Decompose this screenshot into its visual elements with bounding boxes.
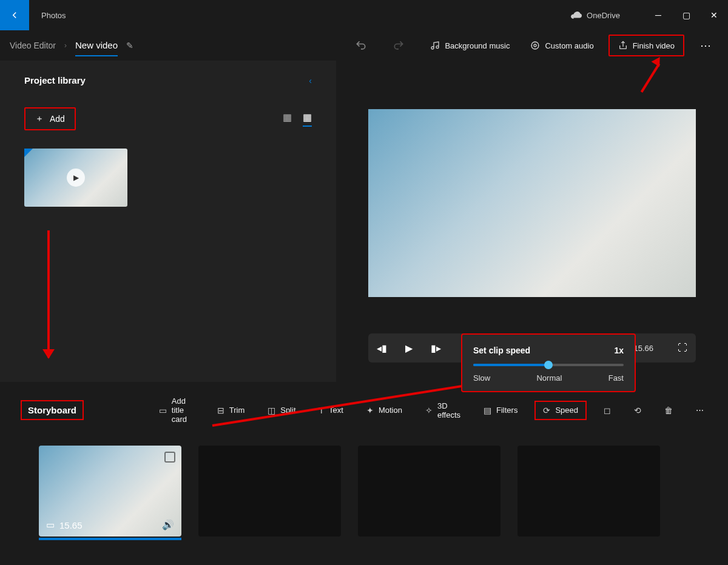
- storyboard-more-button[interactable]: ⋯: [690, 402, 710, 418]
- speed-popup: Set clip speed 1x Slow Normal Fast: [461, 333, 636, 392]
- collapse-library-icon[interactable]: ‹: [309, 76, 312, 85]
- onedrive-button[interactable]: OneDrive: [571, 11, 620, 20]
- library-clip-thumbnail[interactable]: ▶: [24, 149, 127, 207]
- motion-icon: ✦: [366, 406, 374, 415]
- clip-duration: ▭ 15.65: [46, 520, 83, 530]
- background-music-button[interactable]: Background music: [424, 37, 516, 54]
- add-title-card-button[interactable]: ▭Add title card: [153, 393, 200, 427]
- project-name[interactable]: New video: [75, 40, 118, 56]
- video-preview[interactable]: [368, 109, 696, 297]
- svg-point-1: [531, 42, 539, 49]
- speed-fast-label: Fast: [608, 373, 624, 383]
- annotation-arrow-down: [47, 230, 50, 358]
- trash-icon: 🗑: [664, 406, 673, 415]
- clip-select-checkbox[interactable]: [164, 452, 175, 463]
- close-button[interactable]: ✕: [700, 0, 728, 30]
- header-toolbar: Video Editor › New video ✎ Background mu…: [0, 30, 728, 61]
- speed-button-highlight: ⟳Speed: [534, 401, 587, 420]
- speed-slider[interactable]: [473, 364, 624, 366]
- crop-icon: ◻: [604, 406, 611, 415]
- onedrive-label: OneDrive: [587, 11, 620, 20]
- crop-button[interactable]: ◻: [598, 402, 617, 419]
- redo-button[interactable]: [386, 36, 411, 55]
- speed-slow-label: Slow: [473, 373, 490, 383]
- edit-name-icon[interactable]: ✎: [126, 41, 133, 50]
- finish-video-highlight: Finish video: [608, 35, 684, 56]
- project-library-panel: Project library ‹ ＋ Add ▦ ▦ ▶: [0, 61, 336, 382]
- breadcrumb-root[interactable]: Video Editor: [10, 41, 56, 50]
- speed-button[interactable]: ⟳Speed: [541, 404, 581, 416]
- trim-icon: ⊟: [217, 406, 224, 415]
- annotation-arrow-finish: [637, 58, 664, 94]
- slider-thumb[interactable]: [544, 361, 553, 369]
- plus-icon: ＋: [35, 113, 44, 124]
- storyboard-empty-slot[interactable]: [517, 446, 660, 537]
- speed-icon: ⟳: [543, 406, 550, 415]
- svg-point-0: [534, 44, 536, 47]
- chevron-right-icon: ›: [64, 41, 67, 50]
- fullscreen-button[interactable]: ⛶: [678, 343, 687, 353]
- library-title: Project library: [24, 75, 86, 85]
- grid-large-icon[interactable]: ▦: [303, 112, 312, 127]
- filters-button[interactable]: ▤Filters: [477, 402, 524, 419]
- play-button[interactable]: ▶: [405, 343, 413, 354]
- storyboard-clip[interactable]: ▭ 15.65 🔊: [39, 446, 181, 537]
- breadcrumb: Video Editor › New video ✎: [10, 35, 133, 56]
- prev-frame-button[interactable]: ◂▮: [377, 343, 387, 354]
- minimize-button[interactable]: ─: [644, 0, 672, 30]
- storyboard-label: Storyboard: [21, 400, 84, 420]
- duration-icon: ▭: [46, 520, 55, 530]
- card-icon: ▭: [159, 406, 167, 415]
- sparkle-icon: ✧: [425, 406, 433, 415]
- grid-small-icon[interactable]: ▦: [283, 112, 292, 127]
- back-button[interactable]: [0, 0, 29, 30]
- titlebar: Photos OneDrive ─ ▢ ✕: [0, 0, 728, 30]
- 3d-effects-button[interactable]: ✧3D effects: [419, 398, 467, 423]
- motion-button[interactable]: ✦Motion: [360, 402, 408, 419]
- trim-button[interactable]: ⊟Trim: [211, 402, 251, 419]
- more-button[interactable]: ⋯: [693, 39, 718, 52]
- speed-normal-label: Normal: [536, 373, 562, 383]
- rotate-button[interactable]: ⟲: [628, 402, 647, 419]
- play-icon: ▶: [67, 169, 85, 187]
- undo-button[interactable]: [349, 36, 373, 55]
- speed-popup-title: Set clip speed: [473, 346, 530, 355]
- split-icon: ◫: [268, 406, 275, 415]
- maximize-button[interactable]: ▢: [672, 0, 700, 30]
- filters-icon: ▤: [484, 406, 491, 415]
- rotate-icon: ⟲: [634, 406, 641, 415]
- speed-value: 1x: [614, 346, 624, 355]
- storyboard-clips: ▭ 15.65 🔊: [0, 427, 728, 537]
- custom-audio-button[interactable]: Custom audio: [524, 37, 599, 54]
- storyboard-empty-slot[interactable]: [358, 446, 500, 537]
- storyboard-empty-slot[interactable]: [198, 446, 341, 537]
- app-title: Photos: [41, 11, 66, 20]
- delete-button[interactable]: 🗑: [658, 402, 679, 419]
- clip-audio-icon[interactable]: 🔊: [162, 519, 174, 530]
- add-media-button[interactable]: ＋ Add: [24, 107, 76, 130]
- finish-video-button[interactable]: Finish video: [612, 37, 681, 54]
- window-controls: ─ ▢ ✕: [644, 0, 728, 30]
- next-frame-button[interactable]: ▮▸: [431, 343, 441, 354]
